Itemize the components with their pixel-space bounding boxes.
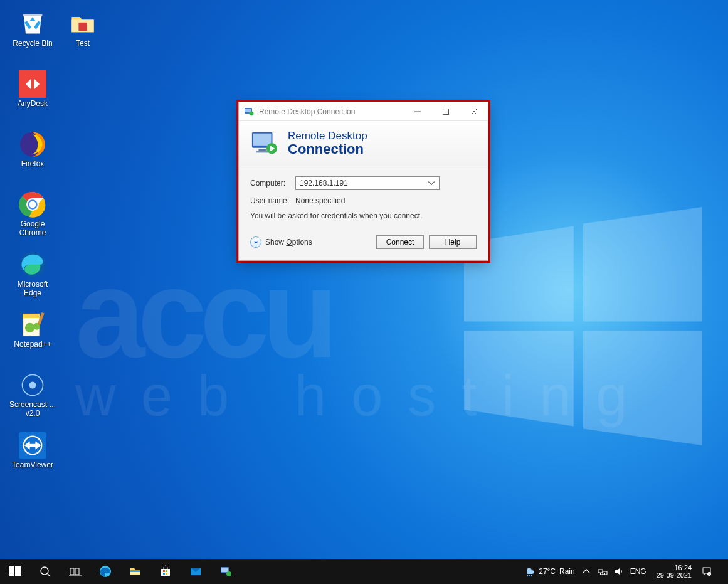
svg-rect-45 (75, 568, 79, 575)
desktop-icon-chrome[interactable]: Google Chrome (9, 191, 56, 247)
taskbar-app-store[interactable] (150, 559, 181, 584)
minimize-button[interactable] (403, 102, 431, 121)
desktop[interactable]: accu web hosting Recycle Bin AnyDesk Fir… (0, 0, 728, 559)
svg-rect-44 (70, 568, 74, 575)
rdc-banner-line2: Connection (288, 142, 367, 156)
help-button[interactable]: Help (429, 235, 477, 249)
svg-rect-39 (15, 566, 21, 571)
svg-rect-25 (29, 444, 36, 447)
show-options-label: Show Options (265, 238, 312, 247)
search-button[interactable] (30, 559, 60, 584)
system-tray: 27°C Rain ENG 16:24 29-09-2021 1 (522, 559, 728, 584)
desktop-icon-label: AnyDesk (9, 99, 56, 108)
chevron-down-icon (250, 236, 261, 248)
tray-overflow-button[interactable] (581, 566, 591, 576)
volume-icon[interactable] (614, 566, 624, 576)
desktop-icon-label: Notepad++ (9, 340, 56, 349)
credentials-message: You will be asked for credentials when y… (250, 211, 477, 220)
close-button[interactable] (460, 102, 488, 121)
tray-language[interactable]: ENG (630, 567, 646, 576)
svg-rect-31 (443, 109, 448, 114)
desktop-icons-col2: Test (59, 10, 107, 70)
taskbar[interactable]: 27°C Rain ENG 16:24 29-09-2021 1 (0, 559, 728, 584)
rdc-banner: Remote Desktop Connection (239, 121, 488, 166)
svg-rect-26 (78, 23, 87, 31)
chevron-down-icon (428, 179, 435, 187)
windows-logo-watermark (464, 207, 702, 445)
desktop-icon-screencast[interactable]: Screencast-... v2.0 (9, 371, 56, 428)
show-options-toggle[interactable]: Show Options (250, 236, 312, 248)
action-center-icon[interactable]: 1 (702, 566, 712, 576)
desktop-icon-anydesk[interactable]: AnyDesk (9, 70, 56, 127)
notepadpp-icon (19, 311, 46, 339)
taskbar-app-explorer[interactable] (120, 559, 150, 584)
svg-rect-54 (166, 573, 167, 575)
anydesk-icon (19, 70, 46, 98)
svg-rect-30 (414, 111, 421, 112)
desktop-icon-label: Google Chrome (9, 220, 56, 237)
edge-icon (19, 251, 46, 279)
svg-rect-38 (9, 566, 14, 571)
network-icon[interactable] (598, 566, 608, 576)
desktop-icon-test-folder[interactable]: Test (59, 10, 107, 66)
taskbar-app-rdc[interactable] (211, 559, 241, 584)
rdc-window[interactable]: Remote Desktop Connection Remote Desktop… (238, 102, 488, 261)
svg-rect-14 (23, 314, 40, 318)
rdc-window-title: Remote Desktop Connection (259, 107, 403, 116)
taskbar-app-mail[interactable] (181, 559, 211, 584)
username-label: User name: (250, 196, 295, 205)
desktop-icon-firefox[interactable]: Firefox (9, 130, 56, 187)
computer-combobox[interactable]: 192.168.1.191 (295, 176, 440, 190)
svg-rect-51 (163, 570, 165, 572)
svg-rect-33 (253, 133, 272, 145)
tray-date: 29-09-2021 (657, 571, 692, 579)
rdc-app-icon (244, 107, 254, 117)
task-view-button[interactable] (60, 559, 90, 584)
desktop-icon-edge[interactable]: Microsoft Edge (9, 251, 56, 307)
computer-label: Computer: (250, 179, 295, 188)
svg-rect-52 (166, 570, 167, 572)
desktop-icon-label: Test (59, 39, 107, 48)
tray-time: 16:24 (674, 564, 692, 571)
taskbar-weather[interactable]: 27°C Rain (525, 566, 575, 576)
firefox-icon (19, 130, 46, 158)
chrome-icon (19, 191, 46, 218)
svg-line-43 (48, 574, 50, 576)
maximize-button[interactable] (431, 102, 460, 121)
svg-rect-5 (19, 70, 46, 98)
taskbar-app-edge[interactable] (90, 559, 120, 584)
rdc-highlight-border: Remote Desktop Connection Remote Desktop… (236, 100, 490, 263)
svg-rect-34 (258, 149, 266, 151)
start-button[interactable] (0, 559, 30, 584)
weather-temp: 27°C (539, 567, 556, 576)
desktop-icon-recycle-bin[interactable]: Recycle Bin (9, 10, 56, 66)
username-value: None specified (295, 196, 345, 205)
folder-icon (69, 10, 97, 38)
desktop-icon-label: Recycle Bin (9, 39, 56, 48)
svg-marker-65 (615, 568, 620, 575)
svg-point-15 (25, 323, 34, 332)
rdc-banner-icon (250, 129, 279, 158)
svg-rect-35 (256, 151, 268, 152)
svg-marker-1 (583, 207, 702, 321)
connect-button[interactable]: Connect (376, 235, 424, 249)
svg-rect-40 (9, 571, 14, 576)
svg-rect-58 (221, 568, 228, 572)
accu-watermark: accu web hosting (75, 270, 652, 428)
tray-clock[interactable]: 16:24 29-09-2021 (653, 564, 695, 579)
svg-line-61 (529, 575, 530, 576)
rdc-titlebar[interactable]: Remote Desktop Connection (239, 102, 488, 121)
svg-rect-63 (598, 570, 603, 573)
screencast-icon (19, 371, 46, 399)
svg-rect-4 (23, 14, 43, 16)
desktop-icon-label: TeamViewer (9, 460, 56, 469)
desktop-icon-notepadpp[interactable]: Notepad++ (9, 311, 56, 368)
desktop-icon-teamviewer[interactable]: TeamViewer (9, 432, 56, 488)
svg-point-11 (29, 201, 36, 208)
svg-rect-53 (163, 573, 165, 575)
computer-value: 192.168.1.191 (300, 179, 348, 188)
recycle-bin-icon (19, 10, 46, 38)
desktop-icon-label: Screencast-... v2.0 (9, 400, 56, 418)
rdc-banner-line1: Remote Desktop (288, 130, 367, 142)
svg-point-19 (29, 382, 36, 389)
